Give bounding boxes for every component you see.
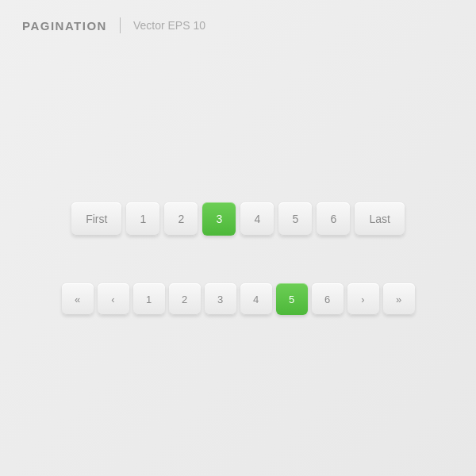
pagination-btn-p4[interactable]: 4 xyxy=(240,283,272,315)
pagination-btn-p1[interactable]: 1 xyxy=(133,283,165,315)
pagination-btn-p5[interactable]: 5 xyxy=(278,202,312,236)
pagination-btn-prev-arrow[interactable]: ‹ xyxy=(98,283,129,315)
pagination-btn-p3[interactable]: 3 xyxy=(205,283,236,315)
pagination-btn-p1[interactable]: 1 xyxy=(126,202,159,236)
header-title: PAGINATION xyxy=(22,19,107,33)
pagination-row-1: First123456Last xyxy=(71,202,405,236)
pagination-btn-p3[interactable]: 3 xyxy=(202,202,236,236)
header: PAGINATION Vector EPS 10 xyxy=(0,0,476,41)
pagination-btn-first-arrow[interactable]: « xyxy=(62,283,94,315)
pagination-btn-p4[interactable]: 4 xyxy=(240,202,274,236)
pagination-btn-last-arrow[interactable]: » xyxy=(383,283,415,315)
pagination-btn-p6[interactable]: 6 xyxy=(312,283,344,315)
main-content: First123456Last «‹123456›» xyxy=(0,41,476,476)
pagination-btn-next-arrow[interactable]: › xyxy=(347,283,379,315)
pagination-btn-p2[interactable]: 2 xyxy=(169,283,201,315)
header-divider xyxy=(120,17,121,33)
pagination-btn-p2[interactable]: 2 xyxy=(164,202,198,236)
pagination-row-2: «‹123456›» xyxy=(62,283,415,315)
pagination-btn-p6[interactable]: 6 xyxy=(317,202,350,236)
header-subtitle: Vector EPS 10 xyxy=(133,19,205,32)
pagination-btn-last[interactable]: Last xyxy=(355,202,404,236)
pagination-btn-first[interactable]: First xyxy=(71,202,121,236)
pagination-btn-p5[interactable]: 5 xyxy=(276,283,308,315)
